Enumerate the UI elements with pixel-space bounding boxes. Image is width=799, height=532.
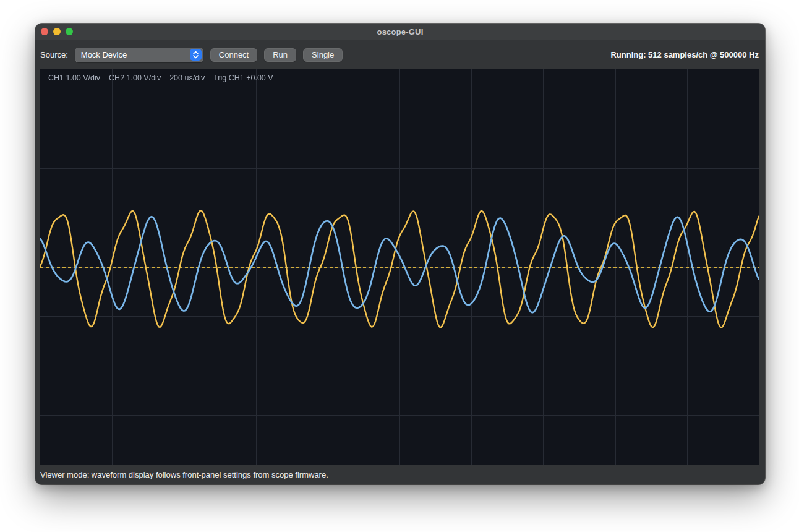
source-label: Source: xyxy=(40,50,68,59)
window-titlebar[interactable]: oscope-GUI xyxy=(35,24,765,40)
scope-display: CH1 1.00 V/div CH2 1.00 V/div 200 us/div… xyxy=(40,69,759,465)
app-window: oscope-GUI Source: Mock Device Connect R… xyxy=(35,24,765,484)
status-message: Viewer mode: waveform display follows fr… xyxy=(40,470,328,479)
window-title: oscope-GUI xyxy=(35,27,765,36)
scope-canvas xyxy=(40,69,759,465)
timebase-readout: 200 us/div xyxy=(169,74,205,82)
connect-button[interactable]: Connect xyxy=(210,48,257,62)
status-bar: Viewer mode: waveform display follows fr… xyxy=(35,465,765,484)
single-button[interactable]: Single xyxy=(303,48,343,62)
trigger-readout: Trig CH1 +0.00 V xyxy=(213,74,273,82)
ch1-scale-readout: CH1 1.00 V/div xyxy=(48,74,100,82)
source-select[interactable]: Mock Device xyxy=(75,48,203,62)
ch2-scale-readout: CH2 1.00 V/div xyxy=(109,74,161,82)
acquisition-status: Running: 512 samples/ch @ 500000 Hz xyxy=(610,50,759,59)
select-stepper-icon xyxy=(190,49,202,61)
source-select-value: Mock Device xyxy=(75,50,190,59)
scope-readout: CH1 1.00 V/div CH2 1.00 V/div 200 us/div… xyxy=(48,74,273,82)
toolbar: Source: Mock Device Connect Run Single R… xyxy=(35,40,765,69)
run-button[interactable]: Run xyxy=(264,48,296,62)
